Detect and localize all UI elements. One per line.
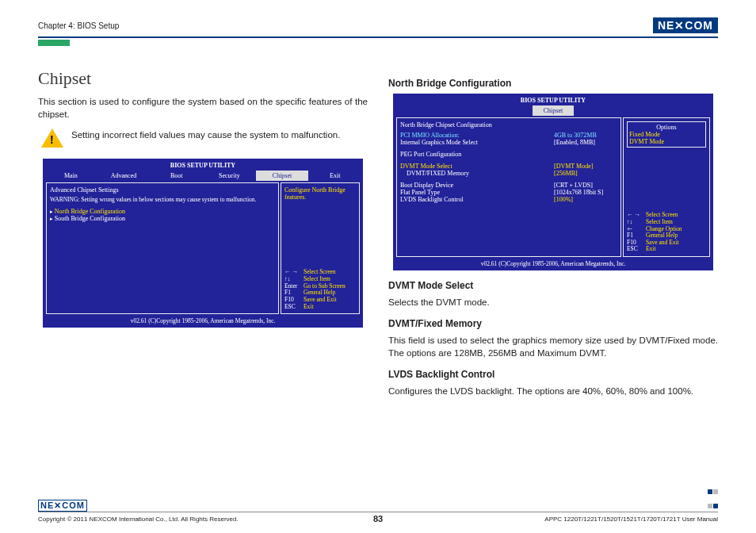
intro-text: This section is used to configure the sy… <box>38 95 368 121</box>
lvds-heading: LVDS Backlight Control <box>388 369 718 380</box>
dvmt-mode-heading: DVMT Mode Select <box>388 280 718 291</box>
warning-text: Setting incorrect field values may cause… <box>71 128 340 141</box>
bios-left-pane: Advanced Chipset Settings WARNING: Setti… <box>46 182 279 314</box>
chapter-label: Chapter 4: BIOS Setup <box>38 21 119 30</box>
bios-help: Configure North Bridge features. <box>284 186 356 201</box>
right-column: North Bridge Configuration BIOS SETUP UT… <box>388 68 718 397</box>
peg-heading: PEG Port Configuration <box>400 151 617 158</box>
bios-right-pane: Configure North Bridge features. ← →Sele… <box>281 182 360 314</box>
bios-heading-r: North Bridge Chipset Configuration <box>400 121 617 128</box>
lvds-text: Configures the LVDS backlight. The optio… <box>388 385 718 397</box>
footer-doc: APPC 1220T/1221T/1520T/1521T/1720T/1721T… <box>491 516 718 523</box>
brand-logo: NE✕COM <box>653 17 718 33</box>
bios-title: BIOS SETUP UTILITY <box>44 160 361 171</box>
footer-squares <box>707 483 718 512</box>
menu-advanced: Advanced <box>97 171 151 181</box>
footer-copyright: Copyright © 2011 NEXCOM International Co… <box>38 516 265 523</box>
bios-screenshot-right: BIOS SETUP UTILITY Chipset North Bridge … <box>393 94 713 270</box>
dvmt-fixed-text: This field is used to select the graphic… <box>388 334 718 359</box>
bios-copyright-r: v02.61 (C)Copyright 1985-2006, American … <box>395 259 712 269</box>
bios-title-r: BIOS SETUP UTILITY <box>395 95 712 105</box>
menu-main: Main <box>44 171 97 181</box>
top-bar: Chapter 4: BIOS Setup NE✕COM <box>38 17 718 38</box>
dvmt-mode-text: Selects the DVMT mode. <box>388 296 718 309</box>
bios-menu: Main Advanced Boot Security Chipset Exit <box>44 171 361 181</box>
north-bridge-heading: North Bridge Configuration <box>388 78 718 89</box>
bios-left-pane-r: North Bridge Chipset Configuration PCI M… <box>396 117 621 257</box>
bios-screenshot-left: BIOS SETUP UTILITY Main Advanced Boot Se… <box>43 159 363 328</box>
bios-menu-r: Chipset <box>395 105 712 116</box>
menu-exit: Exit <box>308 171 361 181</box>
nav-keys: ← →Select Screen ↑↓Select Item EnterGo t… <box>284 269 356 310</box>
options-box: Options Fixed Mode DVMT Mode <box>627 121 706 148</box>
page-footer: NE✕COM Copyright © 2011 NEXCOM Internati… <box>38 483 718 523</box>
dvmt-fixed-heading: DVMT/Fixed Memory <box>388 318 718 329</box>
left-column: Chipset This section is used to configur… <box>38 68 368 397</box>
page-number: 83 <box>265 514 491 523</box>
bios-warning: WARNING: Setting wrong values in below s… <box>50 196 275 203</box>
green-tab <box>38 40 70 46</box>
warning-row: Setting incorrect field values may cause… <box>41 128 368 149</box>
bios-right-pane-r: Options Fixed Mode DVMT Mode ← →Select S… <box>623 117 710 257</box>
bios-item-north: ▸ North Bridge Configuration <box>50 208 275 215</box>
menu-chipset: Chipset <box>256 171 309 181</box>
footer-logo: NE✕COM <box>38 500 87 512</box>
menu-chipset-r: Chipset <box>533 105 574 116</box>
nav-keys-r: ← →Select Screen ↑↓Select Item +-Change … <box>627 212 706 253</box>
bios-item-south: ▸ South Bridge Configuration <box>50 215 275 222</box>
bios-heading: Advanced Chipset Settings <box>50 186 275 194</box>
menu-security: Security <box>203 171 256 181</box>
menu-boot: Boot <box>150 171 203 181</box>
warning-icon <box>41 128 63 149</box>
page-title: Chipset <box>38 68 368 89</box>
bios-copyright: v02.61 (C)Copyright 1985-2006, American … <box>44 316 361 326</box>
